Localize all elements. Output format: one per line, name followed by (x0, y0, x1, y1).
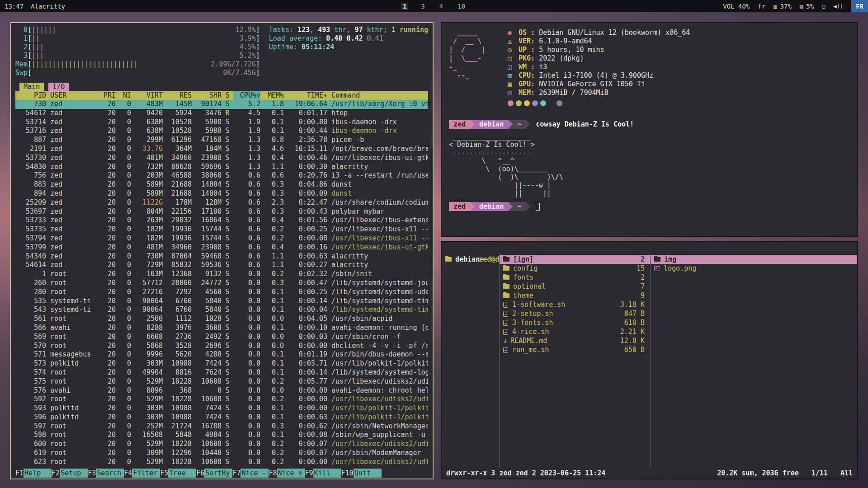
fn-button-f10[interactable]: F10Quit (341, 469, 382, 478)
process-row[interactable]: 619root200309M1229610448S0.00.20:00.07/u… (15, 449, 428, 458)
file-row[interactable]: theme9 (500, 291, 650, 300)
process-row[interactable]: 593polkitd200303M109887424S0.00.10:00.00… (15, 404, 428, 413)
process-row[interactable]: 561root200250011121028S0.00.00:04.05/usr… (15, 314, 428, 324)
tab-main[interactable]: Main (19, 83, 44, 91)
process-row[interactable]: 730zed200483M145M90124S5.21.819:06.64/us… (15, 100, 428, 109)
process-row[interactable]: 2191zed20033.7G364M184MS1.34.610:15.11/o… (15, 145, 428, 154)
process-row[interactable]: 623root200529M1822810608S0.00.20:00.00/u… (15, 458, 428, 467)
workspace-button[interactable]: 3 (419, 3, 426, 10)
workspace-button[interactable]: 4 (438, 3, 445, 10)
file-row[interactable]: config15 (500, 264, 650, 273)
file-list-panel[interactable]: [ign]2config15fonts2optional7theme91-sof… (500, 253, 651, 468)
file-row[interactable]: run_me.sh650 B (500, 345, 650, 354)
process-row[interactable]: 54340zed200730M8700459468S0.61.10:00.63a… (15, 252, 428, 261)
preview-file-row[interactable]: img (651, 255, 857, 264)
column-header-shr[interactable]: SHR (192, 91, 222, 100)
column-header-virt[interactable]: VIRT (131, 91, 163, 100)
process-row[interactable]: 576avahi20080963680S0.00.00:00.00avahi-d… (15, 386, 428, 395)
process-row[interactable]: 597root200252M2172416788S0.00.30:00.62/u… (15, 422, 428, 431)
process-row[interactable]: 894zed200589M2168814004S0.60.30:00.09dun… (15, 189, 428, 198)
process-row[interactable]: 54612zed200942059243476R4.50.10:01.17hto… (15, 109, 428, 118)
cell-pid: 597 (15, 422, 46, 431)
process-row[interactable]: 598root2001650858484984S0.00.10:00.08/sb… (15, 431, 428, 440)
process-row[interactable]: 53735zed200182M1993615744S0.60.20:00.25/… (15, 225, 428, 234)
fn-button-f9[interactable]: F9Kill (305, 469, 341, 478)
process-row[interactable]: 53730zed200481M3496023908S1.30.40:00.46/… (15, 154, 428, 163)
speaker-icon[interactable]: ◀)) (833, 3, 843, 9)
fn-button-f4[interactable]: F4Filter (124, 469, 160, 478)
process-row[interactable]: 569root200660827362492S0.00.00:00.03/usr… (15, 333, 428, 342)
fn-button-f8[interactable]: F8Nice + (269, 469, 305, 478)
process-row[interactable]: 53716zed200638M105285908S1.90.10:00.44ib… (15, 127, 428, 136)
tasks-summary: Tasks: 123, 493 thr, 97 kthr; 1 running (269, 26, 428, 34)
column-header-pid[interactable]: PID (15, 91, 46, 100)
cell-shr: 10608 (192, 377, 222, 386)
process-row[interactable]: 573polkitd200303M109887424S0.00.10:03.71… (15, 359, 428, 368)
cell-s: S (222, 189, 233, 198)
column-header-mem[interactable]: MEM% (260, 91, 284, 100)
process-row[interactable]: 566avahi200828839763608S0.00.10:00.10ava… (15, 324, 428, 333)
process-row[interactable]: 883zed200589M2168814004S0.60.30:04.86dun… (15, 180, 428, 189)
process-row[interactable]: 600root200529M1822810608S0.00.20:00.07/u… (15, 440, 428, 449)
process-row[interactable]: 574root2004990488167624S0.00.10:00.14/li… (15, 368, 428, 377)
process-row[interactable]: 592root200529M1822810608S0.00.20:00.00/u… (15, 395, 428, 404)
process-row[interactable]: 260root200577122806024772S0.00.30:00.47/… (15, 279, 428, 288)
file-row[interactable]: 2-setup.sh847 B (500, 309, 650, 318)
fn-button-f5[interactable]: F5Tree (160, 469, 196, 478)
gpu-icon: ▦ (508, 80, 519, 89)
process-row[interactable]: 575root200529M1822810608S0.00.20:05.77/u… (15, 377, 428, 386)
column-header-user[interactable]: USER (46, 91, 97, 100)
process-row[interactable]: 53794zed200182M1993615744S0.60.20:00.08/… (15, 234, 428, 243)
workspace-button[interactable]: 1 (401, 3, 408, 10)
process-row[interactable]: 54614zed200729M8583259536S0.61.10:00.27a… (15, 261, 428, 270)
preview-file-row[interactable]: logo.png (651, 264, 857, 273)
column-header-ni[interactable]: NI (116, 91, 131, 100)
file-row[interactable]: ↓README.md12.8 K (500, 336, 650, 345)
column-header-s[interactable]: S (222, 91, 233, 100)
file-row[interactable]: optional7 (500, 282, 650, 291)
process-row[interactable]: 54830zed200732M8862859696S1.31.10:00.30a… (15, 163, 428, 172)
process-row[interactable]: 53799zed200481M3496023908S0.60.40:00.16/… (15, 243, 428, 252)
fn-button-f7[interactable]: F7Nice - (232, 469, 269, 478)
process-row[interactable]: 887zed200299M6129647168S1.30.82:36.78pic… (15, 136, 428, 145)
column-header-cmd[interactable]: Command (327, 91, 428, 100)
column-header-res[interactable]: RES (163, 91, 192, 100)
fn-button-f3[interactable]: F3Search (88, 469, 124, 478)
process-row[interactable]: 756zed200203M4658838060S0.60.60:20.76i3 … (15, 171, 428, 180)
fn-button-f1[interactable]: F1Help (15, 469, 52, 478)
terminal-cursor[interactable] (536, 203, 540, 211)
process-row[interactable]: 53697zed200804M2215617100S0.60.30:00.43p… (15, 207, 428, 216)
process-row[interactable]: 543systemd-ti2009006467605840S0.00.10:00… (15, 305, 428, 314)
process-row[interactable]: 596polkitd200303M109887424S0.00.10:00.63… (15, 413, 428, 422)
process-row[interactable]: 535systemd-ti2009006467605840S0.00.10:00… (15, 297, 428, 306)
workspace-button[interactable]: 10 (456, 3, 467, 10)
process-table[interactable]: 730zed200483M145M90124S5.21.819:06.64/us… (15, 100, 428, 469)
process-row[interactable]: 570root200586835282696S0.00.00:00.00dhcl… (15, 342, 428, 351)
file-row[interactable]: fonts2 (500, 273, 650, 282)
file-row[interactable]: 1-software.sh3.18 K (500, 300, 650, 309)
preview-panel[interactable]: imglogo.png (651, 253, 857, 468)
process-row[interactable]: 1root200163M123689132S0.00.20:02.32/sbin… (15, 270, 428, 279)
column-header-cpu[interactable]: CPU%▽ (233, 91, 260, 100)
process-row[interactable]: 53714zed200638M105285908S1.90.10:00.80ib… (15, 118, 428, 127)
vifm-tab[interactable]: debian~ (442, 255, 499, 264)
cpu-meter-0: 0[||||||12.9%] (15, 26, 260, 34)
process-row[interactable]: 571messagebus200999656204280S0.00.10:01.… (15, 350, 428, 359)
column-header-pri[interactable]: PRI (97, 91, 116, 100)
fn-button-f2[interactable]: F2Setup (52, 469, 88, 478)
file-row[interactable]: 4-rice.sh2.21 K (500, 327, 650, 336)
file-row[interactable]: [ign]2 (500, 255, 650, 264)
file-row[interactable]: 3-fonts.sh610 B (500, 318, 650, 327)
fn-button-f6[interactable]: F6SortBy (196, 469, 232, 478)
volume-indicator[interactable]: VOL 40% (723, 3, 750, 10)
column-header-time[interactable]: TIME+ (284, 91, 327, 100)
monitor-icon[interactable]: ▢ (822, 3, 825, 9)
keyboard-flag-badge[interactable]: FR (851, 0, 868, 12)
process-row[interactable]: 25209zed2001122G178M128MS0.62.30:22.47/u… (15, 198, 428, 207)
process-row[interactable]: 280root2002721672924560S0.00.10:00.25/li… (15, 288, 428, 297)
keyboard-layout-indicator[interactable]: fr (758, 3, 765, 10)
cell-cmd: /lib/systemd/systemd-logi (327, 368, 428, 377)
process-row[interactable]: 53733zed200263M2983216864S0.60.40:01.56/… (15, 216, 428, 225)
tab-io[interactable]: I/O (48, 83, 69, 91)
palette-dot (508, 100, 514, 106)
